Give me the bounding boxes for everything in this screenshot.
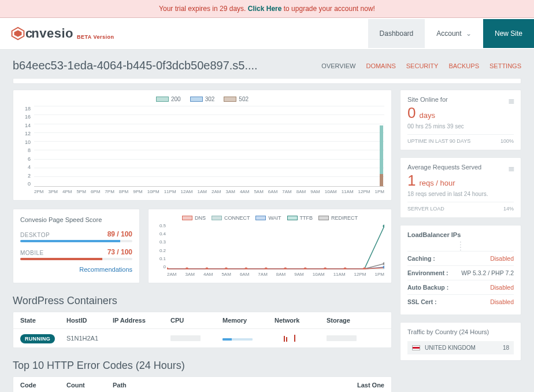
th-cpu: CPU	[170, 317, 222, 324]
mobile-bar	[20, 258, 102, 260]
requests-footer-label: SERVER LOAD	[407, 206, 444, 212]
traffic-panel: Traffic by Country (24 Hours) UNITED KIN…	[400, 322, 521, 361]
ssl-val: Disabled	[490, 298, 514, 305]
env-val: WP 5.3.2 / PHP 7.2	[461, 269, 514, 276]
th-mem: Memory	[222, 317, 275, 324]
brand-beta: BETA Version	[77, 34, 114, 40]
cpu-spark	[170, 335, 201, 341]
tab-overview[interactable]: OVERVIEW	[321, 62, 355, 69]
uptime-sub: 00 hrs 25 mins 39 sec	[407, 123, 514, 130]
requests-sub: 18 reqs served in last 24 hours.	[407, 191, 514, 197]
tab-settings[interactable]: SETTINGS	[490, 62, 521, 69]
tab-domains[interactable]: DOMAINS	[366, 62, 395, 69]
tab-security[interactable]: SECURITY	[406, 62, 439, 69]
nav-account-label: Account	[436, 29, 461, 38]
latency-xticks: 2AM3AM4AM5AM6AM7AM8AM9AM10AM11AM12PM1PM	[167, 272, 384, 277]
th-net: Network	[275, 317, 327, 324]
settings-icon[interactable]: ≣	[508, 164, 515, 173]
page: b64eec53-1eda-4064-b445-0f3dcb50e897.s5.…	[0, 50, 534, 392]
svg-marker-1	[14, 30, 22, 37]
site-tabs: OVERVIEW DOMAINS SECURITY BACKUPS SETTIN…	[321, 62, 521, 69]
errors-title: Top 10 HTTP Error Codes (24 Hours)	[13, 360, 392, 372]
th-path: Path	[113, 382, 280, 389]
http-status-chart: 200 302 502 181614121086420 2PM3PM4PM5PM…	[13, 90, 392, 201]
backup-key: Auto Backup :	[407, 284, 448, 291]
svg-point-13	[363, 268, 366, 270]
legend-302[interactable]: 302	[190, 96, 215, 102]
country-name: UNITED KINGDOM	[425, 345, 476, 351]
storage-spark	[327, 335, 357, 341]
th-state: State	[20, 317, 66, 324]
svg-point-11	[324, 268, 327, 270]
nav-dashboard[interactable]: Dashboard	[368, 19, 425, 48]
th-code: Code	[20, 382, 66, 389]
legend-wait[interactable]: WAIT	[255, 215, 281, 221]
requests-unit: reqs / hour	[419, 179, 455, 187]
th-host: HostID	[66, 317, 113, 324]
trial-suffix: to upgrade your account now!	[284, 5, 375, 13]
requests-label: Average Requests Served	[407, 164, 514, 171]
svg-point-10	[304, 268, 307, 270]
legend-502[interactable]: 502	[224, 96, 249, 102]
uptime-footer-value: 100%	[500, 138, 514, 144]
legend-connect[interactable]: CONNECT	[212, 215, 250, 221]
desktop-score: 89 / 100	[107, 230, 132, 238]
svg-point-6	[225, 268, 228, 270]
container-row[interactable]: RUNNING S1N1H2A1	[13, 329, 391, 347]
latency-chart: 0.50.40.30.20.10	[167, 223, 384, 269]
caching-key: Caching :	[407, 255, 435, 262]
site-id: b64eec53-1eda-4064-b445-0f3dcb50e897.s5.…	[13, 59, 258, 72]
progress-strip	[13, 78, 521, 84]
uptime-panel: ≣ Site Online for 0days 00 hrs 25 mins 3…	[400, 90, 521, 150]
info-panel: LoadBalancer IPs :: Caching :Disabled En…	[400, 225, 521, 315]
th-stor: Storage	[327, 317, 379, 324]
state-badge: RUNNING	[20, 334, 55, 343]
legend-200[interactable]: 200	[156, 96, 181, 102]
uptime-label: Site Online for	[407, 96, 514, 103]
topbar: c nvesio BETA Version Dashboard Account …	[0, 18, 534, 50]
legend-dns[interactable]: DNS	[182, 215, 206, 221]
containers-table: State HostID IP Address CPU Memory Netwo…	[13, 312, 392, 348]
page-speed-panel: Convesio Page Speed Score DESKTOP89 / 10…	[13, 209, 140, 283]
nav-account[interactable]: Account ⌄	[425, 19, 483, 48]
page-speed-title: Convesio Page Speed Score	[20, 216, 132, 223]
trial-prefix: Your trial expires in 29 days.	[159, 5, 248, 13]
mobile-label: MOBILE	[20, 250, 44, 256]
latency-panel: DNS CONNECT WAIT TTFB REDIRECT 0.50.40.3…	[148, 209, 392, 283]
requests-footer-value: 14%	[503, 206, 514, 212]
containers-title: WordPress Containers	[13, 295, 392, 307]
svg-point-5	[205, 268, 208, 270]
http-chart-yticks: 181614121086420	[20, 106, 31, 187]
tab-backups[interactable]: BACKUPS	[448, 62, 479, 69]
svg-point-12	[344, 268, 347, 270]
recommendations-link[interactable]: Recommendations	[20, 266, 132, 273]
errors-table: Code Count Path Last One 302 4 "GET / HT…	[13, 376, 392, 392]
nav-new-site[interactable]: New Site	[483, 19, 534, 48]
settings-icon[interactable]: ≣	[508, 96, 515, 105]
svg-point-3	[167, 268, 169, 270]
http-chart-xticks: 2PM3PM4PM5PM6PM7PM8PM9PM10PM11PM12AM1AM2…	[20, 189, 384, 194]
mobile-score: 73 / 100	[107, 248, 132, 256]
country-row[interactable]: UNITED KINGDOM 18	[407, 341, 514, 354]
svg-point-7	[244, 268, 247, 270]
chevron-down-icon: ⌄	[466, 29, 472, 38]
th-count: Count	[66, 382, 113, 389]
http-status-legend: 200 302 502	[20, 96, 384, 102]
legend-ttfb[interactable]: TTFB	[287, 215, 313, 221]
th-last: Last One	[280, 382, 384, 389]
traffic-title: Traffic by Country (24 Hours)	[407, 328, 514, 335]
upgrade-link[interactable]: Click Here	[248, 5, 282, 13]
trial-banner: Your trial expires in 29 days. Click Her…	[0, 0, 534, 18]
desktop-bar	[20, 240, 120, 242]
http-chart-plot	[34, 106, 384, 187]
brand[interactable]: c nvesio BETA Version	[0, 18, 124, 49]
desktop-label: DESKTOP	[20, 232, 50, 238]
flag-icon	[412, 345, 420, 350]
svg-point-15	[383, 262, 384, 265]
caching-val: Disabled	[490, 255, 514, 262]
svg-point-14	[383, 225, 384, 228]
country-count: 18	[503, 345, 509, 351]
backup-val: Disabled	[490, 284, 514, 291]
page-header: b64eec53-1eda-4064-b445-0f3dcb50e897.s5.…	[13, 59, 521, 72]
legend-redirect[interactable]: REDIRECT	[318, 215, 358, 221]
